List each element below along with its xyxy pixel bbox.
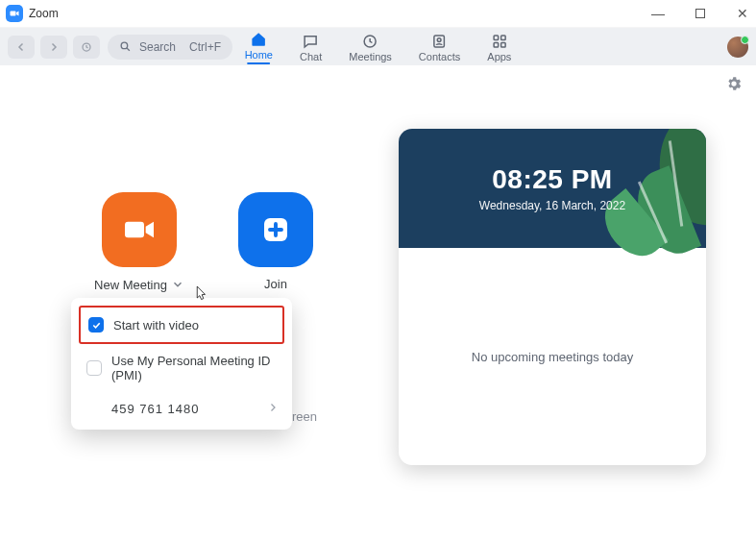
today-panel: 08:25 PM Wednesday, 16 March, 2022 No up…	[399, 129, 706, 465]
main-tabs: Home Chat Meetings Contacts Apps	[245, 28, 512, 65]
svg-point-2	[121, 42, 128, 49]
chevron-down-icon[interactable]	[171, 278, 184, 294]
clock-icon	[362, 33, 379, 50]
svg-rect-6	[494, 36, 499, 40]
clock-time: 08:25 PM	[492, 164, 612, 195]
toolbar: Search Ctrl+F Home Chat Meetings Contact…	[0, 27, 756, 65]
search-input[interactable]: Search Ctrl+F	[108, 35, 232, 60]
plus-icon	[238, 192, 313, 267]
chat-icon	[303, 33, 320, 50]
home-icon	[250, 31, 267, 48]
nav-buttons	[8, 36, 100, 59]
content-area: New Meeting Join Schedule Share screen S…	[0, 65, 756, 542]
search-icon	[119, 40, 132, 53]
search-shortcut: Ctrl+F	[189, 40, 221, 54]
zoom-app-icon	[6, 5, 23, 22]
join-label: Join	[264, 277, 287, 291]
checkbox-checked-icon	[88, 317, 104, 333]
use-pmi-label: Use My Personal Meeting ID (PMI)	[111, 354, 277, 382]
contacts-icon	[431, 33, 449, 50]
checkbox-unchecked-icon	[86, 360, 102, 376]
start-with-video-label: Start with video	[113, 318, 199, 333]
window-title: Zoom	[29, 7, 59, 20]
svg-rect-9	[500, 43, 505, 48]
clock-date: Wednesday, 16 March, 2022	[479, 199, 625, 212]
settings-button[interactable]	[725, 75, 743, 96]
menu-pmi-value[interactable]: 459 761 1480	[71, 392, 292, 426]
apps-icon	[491, 33, 508, 50]
video-icon	[102, 192, 177, 267]
minimize-button[interactable]: —	[650, 6, 666, 21]
forward-button[interactable]	[40, 36, 67, 59]
new-meeting-tile[interactable]: New Meeting	[92, 192, 186, 293]
tab-chat[interactable]: Chat	[300, 31, 322, 62]
tab-contacts[interactable]: Contacts	[419, 31, 460, 62]
svg-rect-8	[494, 43, 499, 48]
tab-label: Home	[245, 49, 273, 61]
chevron-right-icon	[267, 402, 279, 416]
close-button[interactable]: ✕	[735, 6, 750, 21]
history-button[interactable]	[73, 36, 100, 59]
maximize-button[interactable]	[693, 6, 708, 21]
new-meeting-menu: Start with video Use My Personal Meeting…	[71, 298, 292, 430]
back-button[interactable]	[8, 36, 35, 59]
tab-meetings[interactable]: Meetings	[349, 31, 392, 62]
new-meeting-label: New Meeting	[94, 278, 167, 292]
tab-label: Chat	[300, 51, 322, 62]
pmi-value: 459 761 1480	[111, 402, 257, 416]
clock-hero: 08:25 PM Wednesday, 16 March, 2022	[399, 129, 706, 248]
menu-start-with-video[interactable]: Start with video	[79, 306, 284, 344]
tab-apps[interactable]: Apps	[487, 31, 511, 62]
home-actions: New Meeting Join	[92, 192, 323, 293]
upcoming-empty: No upcoming meetings today	[472, 350, 633, 364]
svg-rect-10	[125, 222, 144, 238]
upcoming-body: No upcoming meetings today	[399, 248, 706, 465]
svg-rect-7	[500, 36, 505, 40]
tab-label: Apps	[487, 51, 511, 62]
tab-home[interactable]: Home	[245, 29, 273, 64]
titlebar: Zoom — ✕	[0, 0, 756, 27]
search-placeholder: Search	[139, 40, 176, 54]
tab-label: Meetings	[349, 51, 392, 62]
avatar[interactable]	[727, 37, 748, 58]
join-tile[interactable]: Join	[229, 192, 323, 293]
menu-use-pmi[interactable]: Use My Personal Meeting ID (PMI)	[71, 344, 292, 392]
tab-label: Contacts	[419, 51, 460, 62]
svg-point-5	[438, 38, 442, 42]
window-controls: — ✕	[650, 6, 750, 21]
gear-icon	[725, 75, 743, 92]
svg-rect-0	[11, 12, 16, 16]
